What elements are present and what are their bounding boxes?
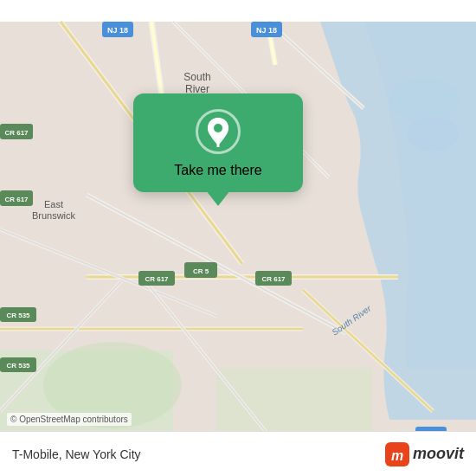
svg-text:South: South: [183, 71, 210, 83]
svg-text:NJ 18: NJ 18: [107, 26, 128, 35]
popup-card[interactable]: Take me there: [133, 93, 303, 192]
svg-text:NJ 18: NJ 18: [256, 26, 277, 35]
svg-text:CR 617: CR 617: [261, 275, 286, 283]
moovit-brand-icon: m: [385, 442, 409, 466]
svg-text:CR 617: CR 617: [4, 196, 29, 203]
svg-text:CR 535: CR 535: [6, 312, 30, 319]
moovit-logo: m moovit: [385, 442, 464, 466]
copyright-notice: © OpenStreetMap contributors: [7, 413, 132, 426]
svg-text:Brunswick: Brunswick: [32, 210, 76, 221]
svg-text:CR 617: CR 617: [145, 275, 169, 283]
location-icon-circle: [196, 109, 241, 154]
bottom-bar: T-Mobile, New York City m moovit: [0, 431, 476, 476]
svg-point-2: [407, 117, 459, 151]
svg-text:CR 617: CR 617: [4, 129, 29, 137]
svg-point-1: [389, 78, 459, 121]
location-pin-icon: [205, 116, 231, 147]
moovit-text: moovit: [413, 445, 464, 463]
svg-text:CR 535: CR 535: [6, 362, 30, 370]
svg-text:m: m: [391, 448, 403, 463]
map-background: NJ 18 CR 617 CR 617 CR 5 CR 617 CR 617 C…: [0, 0, 476, 476]
svg-point-57: [214, 124, 222, 132]
svg-text:CR 5: CR 5: [193, 267, 209, 275]
map-container: NJ 18 CR 617 CR 617 CR 5 CR 617 CR 617 C…: [0, 0, 476, 476]
svg-text:East: East: [44, 199, 63, 209]
take-me-there-button[interactable]: Take me there: [174, 163, 261, 178]
location-title: T-Mobile, New York City: [12, 447, 141, 461]
